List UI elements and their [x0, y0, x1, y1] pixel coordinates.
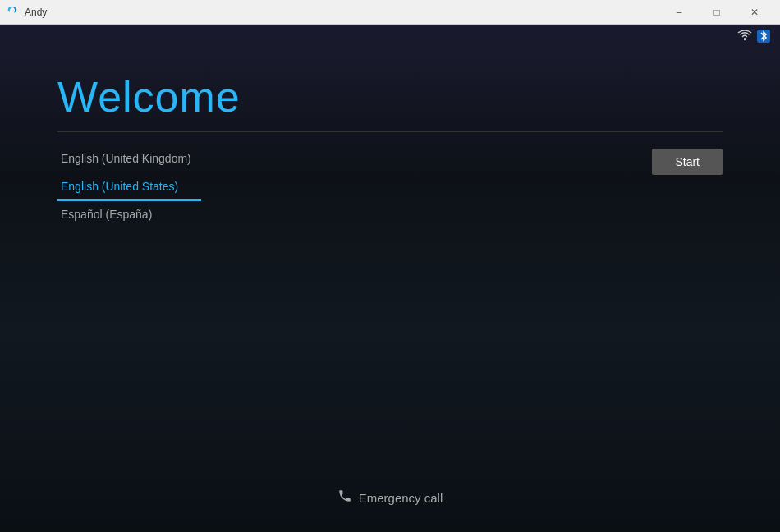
emergency-area: Emergency call	[0, 488, 780, 507]
wifi-icon	[737, 30, 752, 44]
language-row: English (United Kingdom) English (United…	[57, 145, 723, 229]
title-bar-controls: – □ ✕	[660, 0, 773, 25]
maximize-button[interactable]: □	[698, 0, 736, 25]
title-bar: Andy – □ ✕	[0, 0, 780, 25]
divider-line	[57, 131, 723, 132]
language-item-1[interactable]: English (United States)	[57, 173, 201, 201]
close-button[interactable]: ✕	[736, 0, 773, 25]
status-bar	[0, 25, 780, 48]
welcome-title: Welcome	[57, 72, 723, 122]
language-item-0[interactable]: English (United Kingdom)	[57, 145, 201, 173]
svg-point-0	[744, 38, 746, 39]
language-list: English (United Kingdom) English (United…	[57, 145, 201, 229]
emergency-call-text[interactable]: Emergency call	[359, 491, 443, 505]
title-bar-left: Andy	[7, 6, 47, 19]
language-item-2[interactable]: Español (España)	[57, 201, 201, 229]
main-content: Welcome English (United Kingdom) English…	[0, 48, 780, 532]
bluetooth-icon	[757, 30, 770, 43]
start-button[interactable]: Start	[652, 149, 723, 175]
app-title: Andy	[25, 7, 47, 18]
app-icon	[7, 6, 20, 19]
phone-icon	[337, 488, 352, 507]
android-container: Welcome English (United Kingdom) English…	[0, 25, 780, 532]
minimize-button[interactable]: –	[660, 0, 698, 25]
